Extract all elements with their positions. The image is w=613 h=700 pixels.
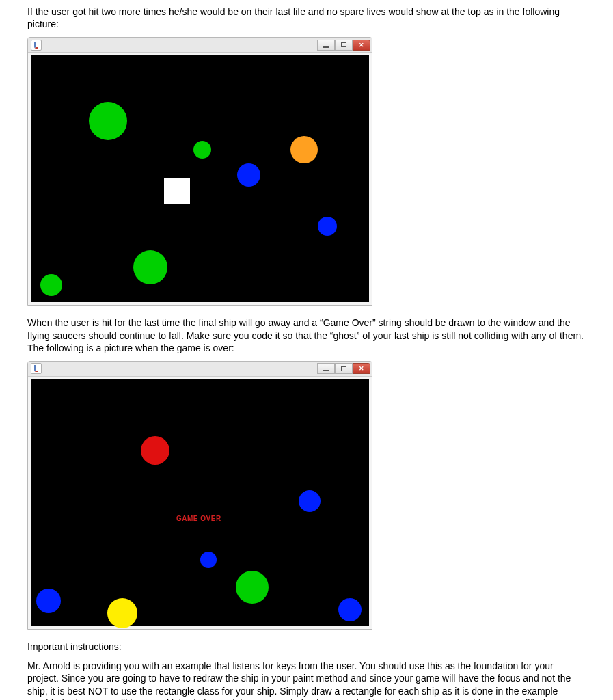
flying-saucer <box>193 141 211 159</box>
flying-saucer <box>141 436 169 465</box>
canvas-frame <box>28 53 372 305</box>
close-button[interactable] <box>353 363 370 374</box>
window-titlebar <box>28 362 372 377</box>
window-controls <box>317 40 370 51</box>
document-page: If the user got hit two more times he/sh… <box>0 0 613 700</box>
flying-saucer <box>107 598 137 628</box>
flying-saucer <box>40 274 62 296</box>
paragraph-3: Important instructions: <box>27 641 586 653</box>
minimize-button[interactable] <box>317 363 335 374</box>
flying-saucer <box>299 490 321 512</box>
flying-saucer <box>133 250 167 284</box>
titlebar-left <box>31 40 42 51</box>
canvas-frame: GAME OVER <box>28 377 372 629</box>
flying-saucer <box>236 571 269 604</box>
app-window-2: GAME OVER <box>27 361 372 630</box>
paragraph-4: Mr. Arnold is providing you with an exam… <box>27 660 586 700</box>
game-over-text: GAME OVER <box>176 515 221 522</box>
flying-saucer <box>290 136 318 163</box>
maximize-button[interactable] <box>335 40 353 51</box>
paragraph-2: When the user is hit for the last time t… <box>27 317 586 354</box>
flying-saucer <box>89 102 127 140</box>
screenshot-figure-1 <box>27 37 586 306</box>
window-controls <box>317 363 370 374</box>
game-canvas-game-over: GAME OVER <box>31 379 369 626</box>
minimize-button[interactable] <box>317 40 335 51</box>
screenshot-figure-2: GAME OVER <box>27 361 586 630</box>
window-titlebar <box>28 38 372 53</box>
close-button[interactable] <box>353 40 370 51</box>
app-window-1 <box>27 37 372 306</box>
paragraph-1: If the user got hit two more times he/sh… <box>27 5 586 30</box>
maximize-button[interactable] <box>335 363 353 374</box>
flying-saucer <box>318 217 337 236</box>
java-cup-icon <box>31 40 42 51</box>
flying-saucer <box>200 552 217 568</box>
player-ship <box>164 178 190 204</box>
java-cup-icon <box>31 363 42 374</box>
flying-saucer <box>338 598 362 621</box>
game-canvas-last-life <box>31 55 369 302</box>
flying-saucer <box>36 589 61 613</box>
titlebar-left <box>31 363 42 374</box>
flying-saucer <box>237 163 260 187</box>
